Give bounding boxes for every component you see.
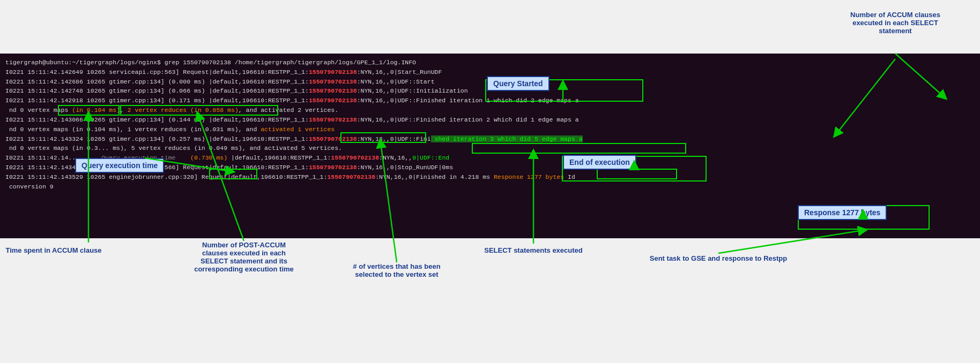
sent-task-label: Sent task to GSE and response to Restpp: [649, 254, 788, 262]
command-line: tigergraph@ubuntu:~/tigergraph/logs/ngin…: [5, 58, 975, 67]
log-line-6: I0221 15:11:42.143324 10265 gtimer.cpp:1…: [5, 134, 975, 154]
log-line-10: conversion 9: [5, 182, 975, 192]
select-statements-label: SELECT statements executed: [466, 246, 600, 254]
num-accum-label: Number of ACCUM clausesexecuted in each …: [820, 11, 970, 35]
log-line-1: I0221 15:11:42.142649 10265 serviceapi.c…: [5, 67, 975, 77]
query-started-label: Query Started: [487, 76, 550, 91]
query-exec-time-label: Query execution time: [75, 158, 164, 173]
time-accum-label: Time spent in ACCUM clause: [0, 246, 107, 254]
response-label: Response 1277 bytes: [798, 205, 887, 220]
log-line-4: I0221 15:11:42.142918 10265 gtimer.cpp:1…: [5, 96, 975, 115]
log-line-5: I0221 15:11:42.143066 10265 gtimer.cpp:1…: [5, 115, 975, 134]
end-execution-label: End of execution: [563, 155, 636, 170]
num-post-accum-label: Number of POST-ACCUMclauses executed in …: [177, 241, 311, 273]
log-line-9: I0221 15:11:42.143529 10265 enginejobrun…: [5, 172, 975, 182]
num-vertices-label: # of vertices that has beenselected to t…: [343, 262, 450, 278]
